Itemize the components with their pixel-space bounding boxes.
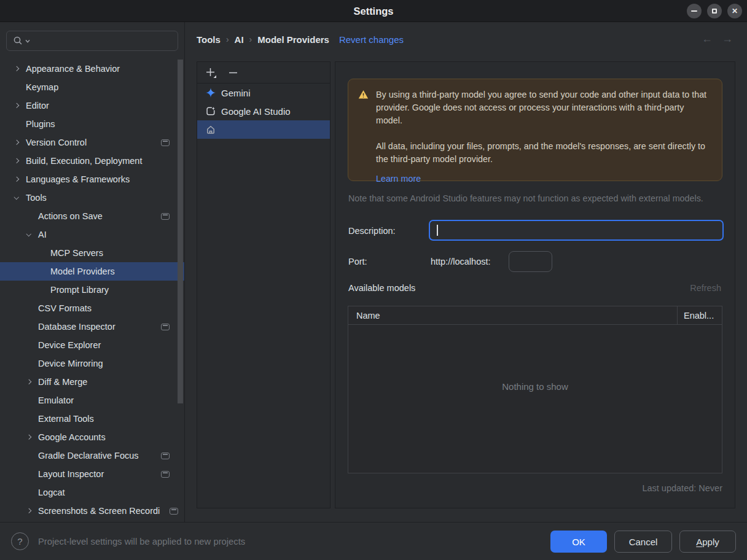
sidebar-item-logcat[interactable]: Logcat — [0, 483, 184, 502]
sidebar-item-keymap[interactable]: Keymap — [0, 78, 184, 96]
apply-button[interactable]: Apply — [679, 531, 736, 553]
gemini-icon — [206, 88, 216, 98]
screen-settings-icon — [161, 324, 170, 330]
sidebar-item-google-accounts[interactable]: Google Accounts — [0, 428, 184, 446]
sidebar-item-device-explorer[interactable]: Device Explorer — [0, 336, 184, 354]
forward-arrow-icon[interactable]: → — [722, 33, 733, 45]
sidebar-item-external-tools[interactable]: External Tools — [0, 410, 184, 428]
search-options-chevron-icon[interactable] — [25, 39, 30, 43]
port-label: Port: — [348, 257, 367, 266]
title-bar: Settings ✕ — [0, 0, 747, 22]
sidebar-item-build-execution-deployment[interactable]: Build, Execution, Deployment — [0, 152, 184, 170]
chevron-right-icon[interactable] — [14, 155, 26, 167]
screen-settings-icon — [161, 453, 170, 459]
tree-label: Logcat — [38, 488, 65, 497]
back-arrow-icon[interactable]: ← — [702, 33, 713, 45]
sidebar-item-prompt-library[interactable]: Prompt Library — [0, 281, 184, 299]
provider-item-gemini[interactable]: Gemini — [197, 84, 330, 102]
chevron-down-icon[interactable] — [14, 192, 26, 204]
tree-label: Diff & Merge — [38, 377, 87, 387]
tree-label: Emulator — [38, 395, 74, 405]
breadcrumb-model-providers[interactable]: Model Providers — [257, 34, 329, 45]
port-input[interactable] — [509, 251, 552, 272]
breadcrumb-separator-icon: › — [249, 34, 252, 44]
question-mark-icon: ? — [17, 536, 22, 546]
sidebar-item-emulator[interactable]: Emulator — [0, 391, 184, 410]
description-input[interactable] — [429, 220, 724, 241]
screen-settings-icon — [161, 471, 170, 478]
sidebar-item-diff-merge[interactable]: Diff & Merge — [0, 373, 184, 391]
ok-button[interactable]: OK — [550, 531, 607, 553]
text-caret — [437, 225, 438, 236]
maximize-button[interactable] — [707, 4, 722, 18]
add-provider-button[interactable] — [205, 66, 217, 79]
models-table-header: Name Enabl... — [348, 306, 722, 325]
cancel-button[interactable]: Cancel — [614, 531, 672, 553]
warning-paragraph-2: All data, including your files, prompts,… — [376, 140, 711, 166]
breadcrumb-ai[interactable]: AI — [235, 34, 244, 45]
port-prefix: http://localhost: — [431, 257, 491, 266]
column-header-name[interactable]: Name — [348, 311, 380, 321]
sidebar-item-csv-formats[interactable]: CSV Formats — [0, 299, 184, 317]
tree-label: MCP Servers — [50, 248, 103, 258]
models-empty-state: Nothing to show — [348, 325, 722, 448]
sidebar-item-editor[interactable]: Editor — [0, 96, 184, 115]
sidebar-item-device-mirroring[interactable]: Device Mirroring — [0, 354, 184, 373]
minimize-icon — [691, 10, 697, 12]
tree-label: AI — [38, 230, 47, 239]
remove-provider-button[interactable] — [227, 66, 239, 79]
provider-label: Google AI Studio — [221, 106, 291, 117]
warning-icon — [358, 90, 369, 173]
tree-label: Tools — [26, 193, 47, 203]
sidebar-item-tools[interactable]: Tools — [0, 189, 184, 207]
tree-label: Database Inspector — [38, 322, 115, 332]
sidebar-item-ai[interactable]: AI — [0, 225, 184, 244]
settings-dialog: Settings ✕ Tools › AI › Model Providers … — [0, 0, 747, 560]
minimize-button[interactable] — [687, 4, 702, 18]
tree-label: Screenshots & Screen Recordi — [38, 506, 160, 516]
column-divider[interactable] — [677, 306, 678, 325]
sidebar-item-mcp-servers[interactable]: MCP Servers — [0, 244, 184, 262]
sidebar-item-screenshots-screen-recording[interactable]: Screenshots & Screen Recordi — [0, 502, 184, 520]
chevron-right-icon[interactable] — [14, 173, 26, 185]
revert-changes-link[interactable]: Revert changes — [339, 34, 404, 45]
sidebar-divider — [184, 22, 185, 522]
sidebar-item-database-inspector[interactable]: Database Inspector — [0, 317, 184, 336]
chevron-right-icon[interactable] — [26, 505, 38, 517]
sidebar-item-layout-inspector[interactable]: Layout Inspector — [0, 465, 184, 483]
sidebar-item-gradle-declarative-focus[interactable]: Gradle Declarative Focus — [0, 446, 184, 465]
warning-paragraph-1: By using a third-party model you agree t… — [376, 88, 711, 127]
breadcrumb-tools[interactable]: Tools — [197, 34, 221, 45]
settings-search-input[interactable] — [6, 31, 178, 51]
sidebar-item-version-control[interactable]: Version Control — [0, 133, 184, 152]
chevron-right-icon[interactable] — [14, 99, 26, 112]
window-title: Settings — [0, 0, 747, 22]
chevron-right-icon[interactable] — [14, 136, 26, 149]
chevron-down-icon[interactable] — [26, 228, 38, 241]
tree-label: Plugins — [26, 119, 55, 129]
sidebar-item-model-providers[interactable]: Model Providers — [0, 262, 184, 281]
tree-label: Keymap — [26, 82, 58, 92]
provider-item-new[interactable] — [197, 120, 330, 139]
sidebar-scrollbar[interactable] — [178, 60, 183, 403]
home-icon — [206, 125, 216, 134]
sidebar-item-languages-frameworks[interactable]: Languages & Frameworks — [0, 170, 184, 189]
sidebar-item-plugins[interactable]: Plugins — [0, 115, 184, 133]
refresh-button[interactable]: Refresh — [690, 283, 721, 293]
provider-label: Gemini — [221, 88, 251, 98]
breadcrumb: Tools › AI › Model Providers Revert chan… — [197, 31, 404, 47]
learn-more-link[interactable]: Learn more — [376, 174, 421, 184]
tree-label: Model Providers — [50, 266, 115, 276]
help-button[interactable]: ? — [11, 532, 29, 550]
close-button[interactable]: ✕ — [727, 4, 742, 18]
chevron-right-icon[interactable] — [14, 63, 26, 75]
breadcrumb-separator-icon: › — [226, 34, 229, 44]
provider-item-google-ai-studio[interactable]: Google AI Studio — [197, 102, 330, 120]
sidebar-item-appearance-behavior[interactable]: Appearance & Behavior — [0, 60, 184, 78]
chevron-right-icon[interactable] — [26, 376, 38, 388]
settings-tree: Appearance & Behavior Keymap Editor Plug… — [0, 60, 184, 520]
column-header-enabled[interactable]: Enabl... — [684, 311, 714, 321]
chevron-right-icon[interactable] — [26, 431, 38, 443]
sidebar-item-actions-on-save[interactable]: Actions on Save — [0, 207, 184, 225]
tree-label: Layout Inspector — [38, 469, 104, 479]
